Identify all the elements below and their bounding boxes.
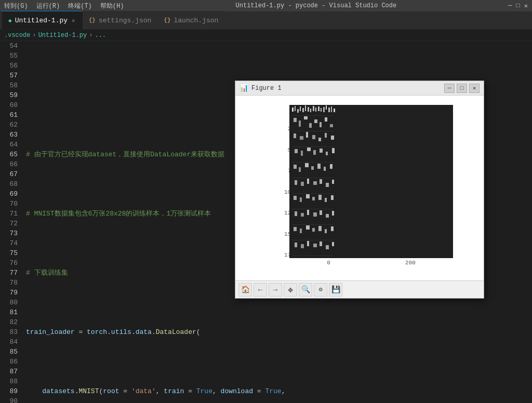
svg-rect-50: [320, 149, 323, 153]
menu-bar[interactable]: 转到(G) 运行(R) 终端(T) 帮助(H): [4, 2, 124, 10]
menu-run[interactable]: 运行(R): [36, 2, 60, 10]
tab-close-untitled1[interactable]: ✕: [71, 17, 76, 24]
svg-rect-64: [320, 179, 322, 184]
svg-rect-22: [292, 131, 334, 131]
svg-rect-77: [313, 212, 317, 217]
figure-zoom-button[interactable]: 🔍: [299, 283, 312, 297]
svg-rect-60: [295, 180, 297, 185]
figure-title: 📊 Figure 1: [240, 84, 282, 92]
svg-rect-47: [301, 151, 303, 156]
svg-rect-33: [304, 116, 308, 119]
svg-rect-88: [295, 243, 297, 247]
chart-svg: // This won't execute in SVG context, so…: [289, 105, 453, 258]
figure-pan-button[interactable]: ✥: [284, 283, 297, 297]
minimize-button[interactable]: ─: [508, 2, 512, 10]
svg-rect-20: [334, 109, 335, 112]
svg-rect-56: [311, 166, 314, 170]
figure-back-button[interactable]: ←: [254, 283, 267, 297]
svg-rect-14: [318, 106, 320, 111]
svg-rect-46: [295, 149, 298, 153]
tab-label-launch: launch.json: [174, 17, 219, 24]
py-icon: ◆: [8, 17, 12, 24]
svg-rect-57: [317, 164, 321, 169]
chart-plot: // This won't execute in SVG context, so…: [289, 105, 453, 258]
svg-rect-54: [299, 167, 301, 172]
svg-rect-38: [330, 124, 333, 127]
svg-rect-62: [307, 179, 309, 184]
title-bar: 转到(G) 运行(R) 终端(T) 帮助(H) Untitled-1.py - …: [0, 0, 532, 11]
x-label-0: 0: [327, 260, 330, 266]
svg-rect-37: [325, 117, 327, 122]
svg-rect-85: [318, 226, 322, 231]
close-button[interactable]: ✕: [524, 2, 528, 10]
figure-forward-button[interactable]: →: [269, 283, 282, 297]
svg-rect-45: [331, 136, 334, 140]
breadcrumb-vscode[interactable]: .vscode: [4, 32, 30, 39]
tab-bar: ◆ Untitled-1.py ✕ {} settings.json {} la…: [0, 11, 532, 30]
svg-rect-41: [306, 132, 308, 138]
figure-save-button[interactable]: 💾: [329, 283, 342, 297]
svg-rect-43: [318, 138, 321, 141]
x-label-200: 200: [405, 260, 416, 266]
figure-titlebar: 📊 Figure 1 ─ □ ✕: [235, 81, 484, 96]
svg-rect-18: [328, 108, 330, 112]
window-controls[interactable]: ─ □ ✕: [508, 2, 528, 10]
svg-rect-68: [300, 197, 302, 202]
figure-close-button[interactable]: ✕: [469, 84, 480, 93]
json-icon-launch: {}: [164, 17, 170, 23]
svg-rect-24: [292, 162, 334, 163]
svg-rect-91: [313, 244, 317, 247]
figure-toolbar: 🏠 ← → ✥ 🔍 ⚙ 💾: [235, 280, 484, 298]
figure-maximize-button[interactable]: □: [457, 84, 467, 93]
menu-help[interactable]: 帮助(H): [100, 2, 124, 10]
svg-rect-93: [326, 245, 329, 249]
svg-rect-59: [330, 164, 332, 169]
svg-rect-12: [313, 106, 314, 111]
svg-rect-4: [292, 108, 294, 112]
svg-rect-8: [302, 108, 304, 112]
breadcrumb-file[interactable]: Untitled-1.py: [38, 32, 87, 39]
svg-rect-5: [295, 106, 296, 111]
line-numbers: 54 55 56 57 58 59 60 61 62 63 64 65 66 6…: [0, 41, 22, 403]
menu-goto[interactable]: 转到(G): [4, 2, 28, 10]
maximize-button[interactable]: □: [516, 2, 520, 10]
svg-rect-94: [332, 242, 334, 246]
svg-rect-83: [306, 225, 310, 230]
svg-rect-34: [309, 123, 312, 128]
svg-rect-90: [307, 241, 309, 246]
svg-rect-73: [331, 195, 334, 200]
tab-launch[interactable]: {} launch.json: [157, 11, 224, 29]
figure-controls[interactable]: ─ □ ✕: [444, 84, 480, 93]
svg-rect-70: [312, 197, 315, 200]
svg-rect-52: [332, 148, 335, 153]
svg-rect-86: [325, 229, 327, 233]
svg-rect-55: [305, 163, 309, 167]
svg-rect-79: [326, 214, 329, 218]
breadcrumb-more: ...: [95, 32, 106, 39]
figure-minimize-button[interactable]: ─: [444, 84, 455, 93]
svg-rect-42: [312, 135, 315, 139]
svg-rect-58: [324, 167, 326, 171]
figure-settings-button[interactable]: ⚙: [314, 283, 327, 297]
svg-rect-51: [326, 152, 328, 155]
svg-rect-23: [292, 146, 334, 147]
svg-rect-53: [294, 165, 297, 169]
svg-rect-71: [318, 195, 322, 200]
figure-body: 0 250 500 750 1000 1250 1500 1750: [235, 96, 484, 280]
svg-rect-67: [294, 196, 297, 200]
figure-home-button[interactable]: 🏠: [238, 283, 252, 297]
breadcrumb: .vscode › Untitled-1.py › ...: [0, 30, 532, 41]
x-axis: 0 200: [289, 260, 453, 266]
menu-terminal[interactable]: 终端(T): [68, 2, 92, 10]
tab-untitled1[interactable]: ◆ Untitled-1.py ✕: [2, 11, 83, 29]
svg-rect-39: [294, 133, 296, 138]
tab-label-untitled1: Untitled-1.py: [15, 17, 68, 24]
tab-settings[interactable]: {} settings.json: [83, 11, 158, 29]
svg-rect-84: [312, 228, 315, 232]
svg-rect-35: [314, 119, 317, 123]
svg-rect-21: [292, 115, 334, 116]
svg-rect-26: [292, 193, 334, 194]
figure-window: 📊 Figure 1 ─ □ ✕ 0 250 500 750 1000 1250…: [235, 80, 484, 299]
svg-rect-17: [326, 105, 327, 110]
svg-rect-6: [297, 109, 299, 113]
